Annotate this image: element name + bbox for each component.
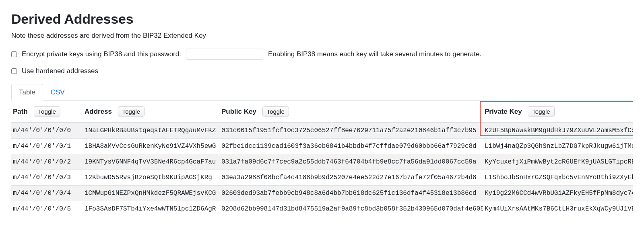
cell-address: 1NaLGPHkRBaUBstqeqstAFETRQgauMvFKZ bbox=[83, 123, 220, 139]
bip38-checkbox[interactable] bbox=[11, 51, 17, 57]
tab-csv[interactable]: CSV bbox=[43, 84, 72, 101]
cell-pubkey: 031c0015f1951fcf10c3725c06527ff8ee762971… bbox=[220, 123, 483, 139]
bip38-row: Encrypt private keys using BIP38 and thi… bbox=[11, 49, 633, 60]
cell-path: m/44'/0'/0'/0/0 bbox=[11, 123, 83, 139]
table-wrap: Path Toggle Address Toggle Public Key To… bbox=[11, 101, 633, 217]
toggle-privkey-button[interactable]: Toggle bbox=[528, 106, 554, 117]
col-header-pubkey: Public Key Toggle bbox=[220, 101, 483, 123]
col-header-path: Path Toggle bbox=[11, 101, 83, 123]
cell-privkey: L1ShboJbSnHxrGZSQFqxbc5vEnNYoBthi9ZXyEk bbox=[483, 170, 633, 186]
table-row: m/44'/0'/0'/0/01NaLGPHkRBaUBstqeqstAFETR… bbox=[11, 123, 633, 139]
cell-pubkey: 03ea3a2988f08bcfa4c4188b9b9d25207e4ee522… bbox=[220, 170, 483, 186]
page-heading: Derived Addresses bbox=[11, 11, 633, 27]
col-header-path-label: Path bbox=[13, 108, 28, 115]
cell-pubkey: 02fbe1dcc1139cad1603f3a36eb6841b4bbdb4f7… bbox=[220, 139, 483, 154]
cell-path: m/44'/0'/0'/0/2 bbox=[11, 154, 83, 170]
derived-addresses-table: Path Toggle Address Toggle Public Key To… bbox=[11, 101, 633, 217]
cell-path: m/44'/0'/0'/0/1 bbox=[11, 139, 83, 154]
col-header-pubkey-label: Public Key bbox=[221, 108, 256, 115]
cell-address: 12KbuwD55RvsjBzoeSQtb9KUipAGSjKRg bbox=[83, 170, 220, 186]
cell-pubkey: 02603ded93ab7febb9cb948c8a6d4bb7bb618dc6… bbox=[220, 186, 483, 201]
cell-privkey: Kym4UiXrsAAtMKs7B6CtLH3ruxEkXqWCy9UJ1VE bbox=[483, 201, 633, 217]
cell-path: m/44'/0'/0'/0/3 bbox=[11, 170, 83, 186]
cell-privkey: KyYcuxefjXiPmWwByt2cR6UEfK9jUASLGTipcRB bbox=[483, 154, 633, 170]
col-header-privkey: Private Key Toggle bbox=[483, 101, 633, 123]
cell-address: 19KNTysV6NNF4qTvV35Ne4R6cp4GcaF7au bbox=[83, 154, 220, 170]
cell-privkey: KzUF5BpNawskBM9gHdHkJ79ZXuUVL2amsM5xfCx bbox=[483, 123, 633, 139]
col-header-address-label: Address bbox=[85, 108, 112, 115]
cell-path: m/44'/0'/0'/0/5 bbox=[11, 201, 83, 217]
tabs: Table CSV bbox=[11, 84, 633, 101]
col-header-address: Address Toggle bbox=[83, 101, 220, 123]
bip38-label-before: Encrypt private keys using BIP38 and thi… bbox=[22, 50, 181, 58]
cell-path: m/44'/0'/0'/0/4 bbox=[11, 186, 83, 201]
cell-pubkey: 0208d62bb998147d31bd8475519a2af9a89fc8bd… bbox=[220, 201, 483, 217]
cell-address: 1CMWupG1NEZPxQnHMkdezF5QRAWEjsvKCG bbox=[83, 186, 220, 201]
table-row: m/44'/0'/0'/0/51Fo3SAsDF7STb4iYxe4wWTN51… bbox=[11, 201, 633, 217]
cell-privkey: L1bWj4naQZp3QGhSnzLbZ7DG7kpRJkugw6ijTMc bbox=[483, 139, 633, 154]
hardened-label: Use hardened addresses bbox=[22, 67, 98, 75]
table-row: m/44'/0'/0'/0/41CMWupG1NEZPxQnHMkdezF5QR… bbox=[11, 186, 633, 201]
cell-address: 1Fo3SAsDF7STb4iYxe4wWTN51pc1ZD6AgR bbox=[83, 201, 220, 217]
cell-privkey: Ky19g22M6CCd4wVRbUGiAZFkyEH5fFpMm8dyc74 bbox=[483, 186, 633, 201]
cell-address: 1BHA8aMVvCcsGuRkenKyNe9iVZ4VXh5ewG bbox=[83, 139, 220, 154]
hardened-row: Use hardened addresses bbox=[11, 67, 633, 75]
toggle-pubkey-button[interactable]: Toggle bbox=[262, 106, 289, 117]
bip38-password-input[interactable] bbox=[186, 49, 263, 60]
col-header-privkey-label: Private Key bbox=[485, 108, 522, 115]
toggle-address-button[interactable]: Toggle bbox=[118, 106, 144, 117]
table-row: m/44'/0'/0'/0/312KbuwD55RvsjBzoeSQtb9KUi… bbox=[11, 170, 633, 186]
bip38-label-after: Enabling BIP38 means each key will take … bbox=[268, 50, 481, 58]
table-row: m/44'/0'/0'/0/219KNTysV6NNF4qTvV35Ne4R6c… bbox=[11, 154, 633, 170]
tab-table[interactable]: Table bbox=[11, 84, 43, 101]
table-row: m/44'/0'/0'/0/11BHA8aMVvCcsGuRkenKyNe9iV… bbox=[11, 139, 633, 154]
toggle-path-button[interactable]: Toggle bbox=[34, 106, 60, 117]
note-text: Note these addresses are derived from th… bbox=[11, 32, 633, 40]
cell-pubkey: 031a7fa09d6c7f7cec9a2c55ddb7463f64704b4f… bbox=[220, 154, 483, 170]
hardened-checkbox[interactable] bbox=[11, 68, 17, 74]
